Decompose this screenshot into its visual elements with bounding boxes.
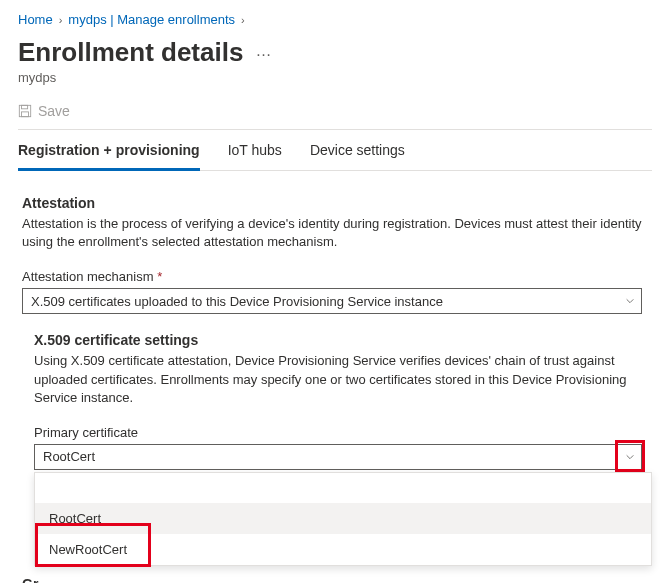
page-title: Enrollment details — [18, 37, 243, 68]
dropdown-option-newrootcert[interactable]: NewRootCert — [35, 534, 651, 565]
chevron-right-icon: › — [241, 14, 245, 26]
dropdown-option-rootcert[interactable]: RootCert — [35, 503, 651, 534]
chevron-down-icon — [625, 296, 635, 306]
attestation-mechanism-value: X.509 certificates uploaded to this Devi… — [31, 294, 443, 309]
group-heading-fragment: Gr — [22, 576, 38, 583]
save-button[interactable]: Save — [18, 103, 70, 119]
breadcrumb-mydps[interactable]: mydps | Manage enrollments — [68, 12, 235, 27]
primary-certificate-value: RootCert — [43, 449, 95, 464]
breadcrumb: Home › mydps | Manage enrollments › — [18, 8, 652, 37]
primary-certificate-dropdown: RootCert NewRootCert — [34, 472, 652, 566]
svg-rect-2 — [22, 112, 29, 117]
page-subtitle: mydps — [18, 70, 652, 85]
tab-device-settings[interactable]: Device settings — [310, 130, 405, 170]
tab-registration[interactable]: Registration + provisioning — [18, 130, 200, 171]
primary-certificate-select[interactable]: RootCert — [34, 444, 642, 470]
dropdown-option-blank[interactable] — [35, 473, 651, 503]
x509-description: Using X.509 certificate attestation, Dev… — [34, 352, 642, 407]
svg-rect-0 — [19, 105, 30, 116]
chevron-down-icon — [625, 452, 635, 462]
tabs: Registration + provisioning IoT hubs Dev… — [18, 130, 652, 171]
attestation-mechanism-select[interactable]: X.509 certificates uploaded to this Devi… — [22, 288, 642, 314]
command-bar: Save — [18, 99, 652, 130]
primary-certificate-label: Primary certificate — [34, 425, 642, 440]
svg-rect-1 — [22, 105, 28, 109]
attestation-heading: Attestation — [22, 195, 648, 211]
save-label: Save — [38, 103, 70, 119]
more-icon[interactable]: … — [255, 42, 272, 64]
attestation-description: Attestation is the process of verifying … — [22, 215, 642, 251]
tab-iot-hubs[interactable]: IoT hubs — [228, 130, 282, 170]
attestation-mechanism-label: Attestation mechanism * — [22, 269, 648, 284]
save-icon — [18, 104, 32, 118]
chevron-right-icon: › — [59, 14, 63, 26]
breadcrumb-home[interactable]: Home — [18, 12, 53, 27]
x509-heading: X.509 certificate settings — [34, 332, 642, 348]
